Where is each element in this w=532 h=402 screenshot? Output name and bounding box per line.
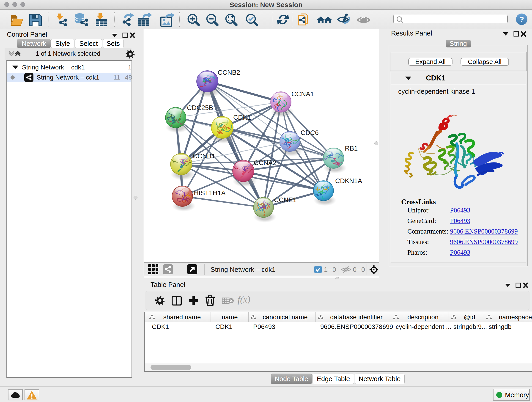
svg-text:CDC6: CDC6: [301, 129, 319, 136]
svg-text:RB1: RB1: [345, 145, 358, 152]
svg-text:CDC25B: CDC25B: [187, 104, 213, 111]
svg-text:CCNA2: CCNA2: [254, 159, 276, 166]
svg-text:CCNB2: CCNB2: [218, 69, 240, 76]
svg-text:CDKN1A: CDKN1A: [335, 177, 362, 185]
svg-text:CDK1: CDK1: [233, 114, 251, 121]
svg-text:CCNE1: CCNE1: [274, 196, 297, 204]
svg-text:CCNB1: CCNB1: [193, 153, 215, 160]
svg-text:HIST1H1A: HIST1H1A: [194, 189, 226, 197]
svg-text:CCNA1: CCNA1: [291, 90, 314, 98]
